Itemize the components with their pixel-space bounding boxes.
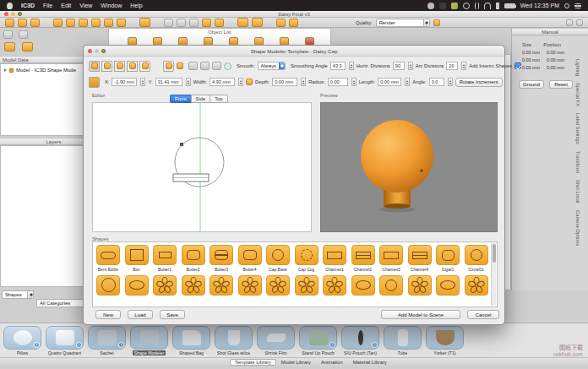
- shape-thumb-channel3[interactable]: Channel3: [378, 245, 404, 272]
- shape-thumb[interactable]: [294, 275, 319, 296]
- template-shaped-bag[interactable]: Shaped Bag: [172, 326, 210, 355]
- template-stand-up-pouch[interactable]: iStand Up Pouch: [299, 326, 337, 355]
- shape-thumb[interactable]: [265, 275, 291, 296]
- menu-window[interactable]: Window: [101, 3, 122, 8]
- shape-thumb[interactable]: [464, 275, 489, 296]
- preview-canvas[interactable]: [320, 102, 498, 232]
- battery-icon[interactable]: [504, 3, 515, 8]
- new-button[interactable]: New: [95, 310, 121, 319]
- menu-file[interactable]: File: [43, 3, 52, 8]
- shape-thumb[interactable]: [181, 275, 206, 296]
- shape-thumb-butter2[interactable]: Butter2: [181, 245, 206, 272]
- model-icon[interactable]: [4, 42, 15, 52]
- radius-input[interactable]: [328, 78, 348, 86]
- editor-canvas[interactable]: [92, 102, 312, 232]
- shape-thumb-channel2[interactable]: Channel2: [351, 245, 376, 272]
- depth-input[interactable]: [272, 78, 297, 86]
- shape-thumb[interactable]: [378, 275, 404, 296]
- zoom-in-tool-button[interactable]: [101, 61, 112, 72]
- load-button[interactable]: Load: [128, 310, 153, 319]
- pan-tool-icon[interactable]: [91, 19, 101, 27]
- bluetooth-icon[interactable]: [475, 3, 479, 9]
- select-tool-button[interactable]: [89, 61, 100, 72]
- stepper[interactable]: [461, 62, 466, 70]
- y-input[interactable]: [155, 78, 182, 86]
- shape-thumb-butter1[interactable]: Butter1: [152, 245, 177, 272]
- move-tool-icon[interactable]: [104, 19, 113, 27]
- lasso-tool-button[interactable]: [139, 61, 150, 72]
- time-machine-icon[interactable]: [463, 3, 470, 9]
- template-sachet[interactable]: iSachet: [88, 326, 126, 355]
- ground-button[interactable]: Ground: [519, 80, 544, 89]
- tab-front[interactable]: Front: [170, 95, 192, 103]
- info-badge-icon[interactable]: i: [118, 342, 124, 348]
- stepper[interactable]: [351, 78, 357, 86]
- tab-template-library[interactable]: Template Library: [230, 359, 276, 366]
- template-pillow[interactable]: iPillow: [3, 326, 41, 355]
- cancel-button[interactable]: Cancel: [467, 310, 499, 319]
- shape-thumb-box[interactable]: Box: [124, 245, 150, 272]
- layer-add-icon[interactable]: [3, 30, 13, 39]
- stepper[interactable]: [405, 78, 410, 86]
- layer-remove-icon[interactable]: [19, 30, 28, 39]
- add-model-to-scene-button[interactable]: Add Model to Scene: [381, 310, 460, 319]
- apple-menu-icon[interactable]: [7, 3, 13, 9]
- save-button[interactable]: Save: [160, 310, 185, 319]
- angle-input[interactable]: [429, 78, 444, 86]
- tab-side[interactable]: Side: [191, 95, 211, 103]
- pen-tool-icon[interactable]: [188, 62, 198, 70]
- quality-select[interactable]: Render: [376, 19, 430, 27]
- scrollbar-thumb[interactable]: [493, 244, 496, 263]
- stepper[interactable]: [186, 78, 191, 86]
- tab-special-fx[interactable]: Special FX: [575, 83, 580, 106]
- distribute-icon[interactable]: [177, 19, 186, 27]
- template-su-pouch-tan[interactable]: iS/U Pouch (Tan): [341, 326, 379, 355]
- save-icon[interactable]: [30, 19, 40, 27]
- tab-shot-local[interactable]: Shot Local: [575, 180, 580, 203]
- text-tool-icon[interactable]: [202, 19, 211, 27]
- shape-thumb[interactable]: [152, 275, 177, 296]
- select-tool-icon[interactable]: [53, 19, 63, 27]
- align-icon[interactable]: [164, 19, 173, 27]
- shape-thumb[interactable]: [95, 275, 121, 296]
- x-input[interactable]: [112, 78, 137, 86]
- shape-thumb-butter4[interactable]: Butter4: [237, 245, 263, 272]
- info-badge-icon[interactable]: i: [34, 342, 40, 348]
- star-icon[interactable]: [189, 19, 199, 27]
- rotate-tool-icon[interactable]: [117, 19, 126, 27]
- menu-help[interactable]: Help: [130, 3, 142, 8]
- hand-tool-icon[interactable]: [215, 19, 224, 27]
- status-app-icon[interactable]: [427, 3, 434, 9]
- shape-thumb[interactable]: [351, 275, 376, 296]
- add-shape-button[interactable]: [163, 61, 174, 72]
- notification-center-icon[interactable]: [574, 3, 581, 8]
- rotate-increment-button[interactable]: Rotate Increment: [455, 78, 503, 87]
- fill-color-swatch[interactable]: [89, 77, 100, 88]
- shape-thumb-cap-base[interactable]: Cap Base: [265, 245, 291, 272]
- reset-button[interactable]: Reset: [549, 80, 573, 89]
- smoothing-angle-input[interactable]: [330, 62, 346, 70]
- shape-thumb-bent-bottle[interactable]: Bent Bottle: [95, 245, 121, 272]
- circle-tool-icon[interactable]: [224, 62, 231, 70]
- arc-divisions-input[interactable]: [446, 62, 458, 70]
- template-tube[interactable]: Tube: [384, 326, 422, 355]
- window-title-bar[interactable]: Daisy Final v3: [0, 11, 588, 18]
- light-icon[interactable]: [252, 18, 263, 27]
- menu-view[interactable]: View: [79, 3, 92, 8]
- shape-thumb[interactable]: [209, 275, 234, 296]
- shape-thumb-channel4[interactable]: Channel4: [407, 245, 433, 272]
- shape-thumb-butter3[interactable]: Butter3: [209, 245, 234, 272]
- new-document-icon[interactable]: [5, 19, 14, 27]
- arc-tool-icon[interactable]: [200, 62, 210, 70]
- shape-thumb-channel1[interactable]: Channel1: [322, 245, 347, 272]
- stepper[interactable]: [140, 78, 145, 86]
- horiz-divisions-input[interactable]: [393, 62, 405, 70]
- material-icon[interactable]: [237, 18, 248, 27]
- stepper[interactable]: [238, 78, 243, 86]
- tab-material-library[interactable]: Material Library: [348, 359, 392, 366]
- volume-icon[interactable]: [496, 3, 499, 9]
- redo-icon[interactable]: [289, 19, 298, 27]
- open-folder-icon[interactable]: [18, 19, 27, 27]
- node-edit-tool-button[interactable]: [127, 61, 138, 72]
- dialog-title-bar[interactable]: Shape Modeler Template - Daisy Cap: [84, 46, 504, 57]
